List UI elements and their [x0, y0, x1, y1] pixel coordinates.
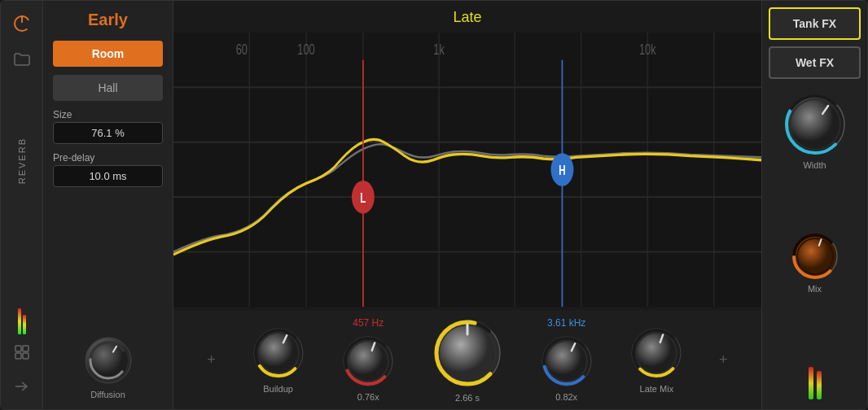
- high-freq-label: 3.61 kHz: [547, 317, 585, 329]
- power-button[interactable]: [9, 11, 35, 37]
- latemix-knob-container: Late Mix: [629, 325, 684, 394]
- high-knob-container: 3.61 kHz 0.82x: [539, 317, 594, 402]
- sidebar-bottom: [9, 305, 35, 399]
- svg-text:10k: 10k: [639, 41, 656, 58]
- buildup-knob-container: Buildup: [251, 325, 306, 394]
- svg-point-8: [89, 341, 128, 380]
- mix-section: Mix: [769, 232, 861, 294]
- svg-rect-4: [15, 353, 21, 359]
- svg-rect-2: [15, 346, 21, 351]
- svg-point-37: [259, 334, 298, 373]
- size-section: Size 76.1 %: [53, 109, 163, 144]
- grid-icon[interactable]: [9, 339, 35, 365]
- width-knob[interactable]: [783, 92, 848, 157]
- time-knob-container: 2.66 s: [431, 316, 504, 403]
- eq-display[interactable]: 60 100 1k 10k L H: [173, 33, 761, 307]
- svg-rect-3: [23, 346, 28, 351]
- svg-point-43: [349, 342, 388, 381]
- meter-bar-r: [817, 371, 822, 399]
- low-freq-knob[interactable]: [340, 334, 396, 389]
- latemix-label: Late Mix: [640, 384, 674, 394]
- highcut-label: 0.82x: [555, 392, 577, 402]
- svg-point-73: [798, 239, 832, 273]
- late-header: Late: [173, 1, 761, 29]
- folder-icon[interactable]: [9, 46, 35, 72]
- eq-svg: 60 100 1k 10k L H: [173, 33, 761, 307]
- time-knob[interactable]: [431, 316, 504, 390]
- size-label: Size: [53, 109, 163, 120]
- meter-bar: [23, 315, 26, 334]
- right-panel: Tank FX Wet FX Width: [761, 1, 867, 409]
- diffusion-knob[interactable]: [82, 334, 134, 386]
- room-button[interactable]: Room: [53, 41, 163, 67]
- meter-bar: [18, 308, 21, 334]
- hall-button[interactable]: Hall: [53, 75, 163, 101]
- early-panel: Early Room Hall Size 76.1 % Pre-delay 10…: [43, 1, 173, 409]
- meter-left: [809, 359, 813, 399]
- decay-label: 0.76x: [357, 392, 379, 402]
- svg-point-61: [637, 334, 676, 373]
- predelay-label: Pre-delay: [53, 152, 163, 164]
- plus-right[interactable]: +: [719, 351, 728, 369]
- predelay-value[interactable]: 10.0 ms: [53, 165, 163, 187]
- mix-label: Mix: [808, 284, 822, 294]
- time-label: 2.66 s: [455, 393, 480, 403]
- plugin-container: REVERB: [0, 0, 868, 410]
- diffusion-label: Diffusion: [90, 390, 125, 399]
- svg-text:L: L: [360, 190, 366, 206]
- reverb-label: REVERB: [17, 137, 27, 184]
- svg-rect-5: [23, 353, 28, 359]
- main-display: Late: [173, 1, 761, 409]
- svg-text:100: 100: [297, 41, 314, 58]
- diffusion-knob-container: Diffusion: [82, 334, 134, 399]
- svg-point-67: [791, 100, 840, 149]
- predelay-section: Pre-delay 10.0 ms: [53, 152, 163, 187]
- wet-fx-button[interactable]: Wet FX: [769, 46, 861, 79]
- low-knob-container: 457 Hz 0.76x: [340, 317, 396, 402]
- svg-text:60: 60: [236, 41, 248, 58]
- arrow-icon[interactable]: [9, 373, 35, 399]
- high-freq-knob[interactable]: [539, 334, 594, 389]
- level-meter-left: [9, 305, 35, 331]
- svg-text:1k: 1k: [433, 41, 445, 58]
- diffusion-section: Diffusion: [53, 334, 163, 399]
- meter-bar-l: [809, 367, 813, 399]
- width-section: Width: [769, 92, 861, 170]
- svg-rect-12: [173, 33, 761, 307]
- meter-right: [817, 359, 822, 399]
- bottom-controls: +: [173, 310, 761, 409]
- buildup-label: Buildup: [263, 384, 293, 394]
- tank-fx-button[interactable]: Tank FX: [769, 7, 861, 40]
- svg-point-55: [547, 342, 586, 381]
- left-sidebar: REVERB: [1, 1, 43, 409]
- output-meters: [769, 355, 861, 403]
- size-value[interactable]: 76.1 %: [53, 122, 163, 144]
- low-freq-label: 457 Hz: [353, 317, 384, 329]
- width-label: Width: [803, 160, 826, 170]
- plus-left[interactable]: +: [207, 351, 216, 369]
- mix-knob[interactable]: [791, 232, 840, 281]
- buildup-knob[interactable]: [251, 325, 306, 381]
- latemix-knob[interactable]: [629, 325, 684, 381]
- svg-text:H: H: [559, 163, 565, 178]
- early-title: Early: [53, 11, 163, 29]
